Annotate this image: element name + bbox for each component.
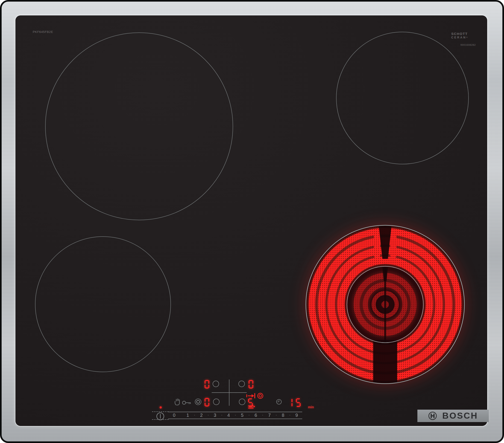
dual-zone-active-icon: [257, 392, 264, 399]
timer-unit-label: min: [308, 405, 314, 409]
schott-ceran-logo: SCHOTT CERAN®: [451, 32, 477, 39]
slider-level-7[interactable]: 7: [268, 413, 271, 418]
move-timer-arrow-icon: [246, 393, 256, 398]
cooking-zone-front-left: [35, 236, 171, 372]
slider-separator: ·: [208, 413, 209, 417]
slider-levels[interactable]: 01·2·3·4·5·6·7·8·9: [168, 413, 302, 419]
ceramic-glass-surface: PKF645FB2E SCHOTT CERAN® 9001608282: [16, 16, 487, 426]
slider-separator: ·: [221, 413, 222, 417]
cooking-zone-rear-left: [45, 33, 233, 220]
childlock-hand-key-icon[interactable]: [174, 398, 192, 407]
slider-separator: ·: [289, 413, 291, 417]
stainless-frame: PKF645FB2E SCHOTT CERAN® 9001608282: [0, 0, 504, 443]
slider-separator: ·: [248, 413, 250, 417]
slider-level-1[interactable]: 1: [187, 413, 189, 418]
zone-map-vertical-line: [229, 379, 229, 406]
slider-level-0[interactable]: 0: [173, 413, 175, 418]
display-rear-right-level: [249, 380, 253, 389]
slider-level-9[interactable]: 9: [295, 413, 298, 418]
hob-photo: PKF645FB2E SCHOTT CERAN® 9001608282: [0, 0, 504, 443]
model-number: PKF645FB2E: [33, 30, 53, 34]
display-front-left-level: [205, 398, 209, 407]
slider-level-3[interactable]: 3: [214, 413, 216, 418]
auto-heat-up-icon[interactable]: A: [257, 399, 264, 407]
power-button[interactable]: [156, 412, 165, 421]
slider-level-4[interactable]: 4: [227, 413, 230, 418]
slider-separator: ·: [235, 413, 236, 417]
schott-text: SCHOTT: [451, 32, 477, 35]
level-underline-dash: [248, 408, 254, 409]
slider-level-8[interactable]: 8: [282, 413, 284, 418]
slider-level-2[interactable]: 2: [200, 413, 203, 418]
timer-clock-icon[interactable]: [276, 399, 282, 405]
display-rear-left-level: [205, 380, 209, 389]
serial-number: 9001608282: [460, 44, 476, 46]
bosch-logo-band: BOSCH: [417, 410, 489, 422]
slider-level-6[interactable]: 6: [254, 413, 257, 418]
bosch-logo-text: BOSCH: [442, 411, 478, 420]
slider-separator: ·: [194, 413, 195, 417]
svg-text:A: A: [258, 399, 263, 406]
slider-separator: ·: [275, 413, 277, 417]
slider-top-line: [168, 412, 302, 412]
radiant-heater-glow: [305, 224, 465, 385]
registered-mark: ®: [466, 37, 467, 38]
power-indicator-dot: [160, 406, 162, 409]
dual-zone-icon[interactable]: [194, 398, 202, 406]
level-underline-dash: [248, 406, 254, 406]
zone-select-front-right[interactable]: [239, 399, 245, 405]
cooking-zone-rear-right: [336, 32, 469, 164]
cooking-zone-front-right-active: [305, 224, 465, 385]
bosch-anchor-icon: [428, 411, 437, 420]
slider-separator: ·: [262, 413, 263, 417]
zone-select-rear-right[interactable]: [238, 381, 245, 387]
slider-level-5[interactable]: 5: [241, 413, 243, 418]
zone-select-front-left[interactable]: [213, 399, 219, 405]
ceran-text: CERAN®: [451, 36, 477, 39]
zone-select-rear-left[interactable]: [213, 381, 219, 387]
display-timer-minutes: [288, 398, 301, 407]
